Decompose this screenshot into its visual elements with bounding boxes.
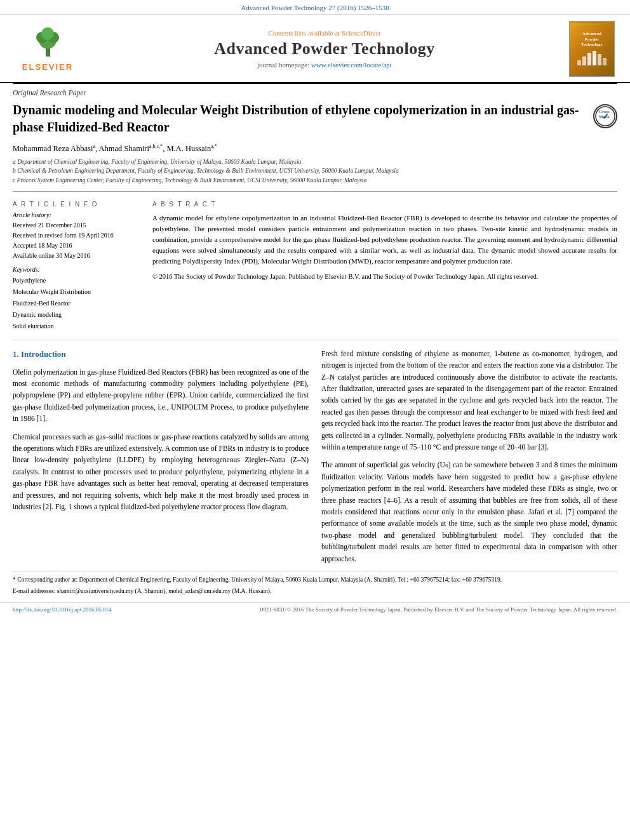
article-info-heading: A R T I C L E I N F O xyxy=(13,201,140,208)
keywords-section: Keywords: Polyethylene Molecular Weight … xyxy=(13,266,140,332)
keyword-4: Dynamic modeling xyxy=(13,309,140,321)
article-title-section: Dynamic modeling and Molecular Weight Di… xyxy=(0,99,630,140)
cover-chart-icon xyxy=(576,48,608,67)
bottom-copyright: 0921-8831/© 2016 The Society of Powder T… xyxy=(260,606,617,613)
keyword-1: Polyethylene xyxy=(13,275,140,286)
affiliations-section: a Department of Chemical Engineering, Fa… xyxy=(0,156,630,189)
abstract-text: A dynamic model for ethylene copolymeriz… xyxy=(152,213,617,267)
cover-title-text: AdvancedPowderTechnology xyxy=(581,31,603,47)
author-2: Ahmad Shamiria,b,c,*, xyxy=(99,144,167,153)
svg-rect-10 xyxy=(603,58,607,65)
sciencedirect-link: Contents lists available at ScienceDirec… xyxy=(83,29,566,37)
received-revised-date: Received in revised form 19 April 2016 xyxy=(13,230,140,241)
keyword-5: Solid elutriation xyxy=(13,321,140,332)
crossmark-icon: ✓ Cross Mark xyxy=(593,104,617,128)
elsevier-tree-icon xyxy=(30,26,65,61)
svg-rect-6 xyxy=(582,57,586,65)
affiliation-b: b Chemical & Petroleum Engineering Depar… xyxy=(13,166,617,175)
journal-name: Advanced Powder Technology xyxy=(83,39,566,58)
svg-rect-9 xyxy=(598,54,601,65)
author-3: M.A. Hussaina,* xyxy=(166,144,217,153)
svg-rect-5 xyxy=(577,60,581,65)
top-bar: Advanced Powder Technology 27 (2016) 152… xyxy=(0,0,630,15)
intro-para-1: Olefin polymerization in gas-phase Fluid… xyxy=(13,366,309,425)
article-title: Dynamic modeling and Molecular Weight Di… xyxy=(13,102,587,136)
footnotes-section: * Corresponding author at: Department of… xyxy=(13,571,617,596)
svg-point-4 xyxy=(41,27,54,40)
intro-para-3: Fresh feed mixture consisting of ethylen… xyxy=(321,348,617,453)
intro-para-4: The amount of superficial gas velocity (… xyxy=(321,459,617,564)
svg-text:Cross: Cross xyxy=(599,109,610,114)
abstract-column: A B S T R A C T A dynamic model for ethy… xyxy=(152,201,617,332)
sciencedirect-text[interactable]: ScienceDirect xyxy=(342,29,381,37)
journal-header: ELSEVIER Contents lists available at Sci… xyxy=(0,15,630,83)
abstract-copyright: © 2016 The Society of Powder Technology … xyxy=(152,272,617,282)
history-label: Article history: xyxy=(13,211,140,218)
elsevier-wordmark: ELSEVIER xyxy=(22,62,73,72)
journal-cover-thumbnail: AdvancedPowderTechnology xyxy=(566,21,617,77)
keyword-3: Fluidized-Bed Reactor xyxy=(13,298,140,309)
affiliation-a: a Department of Chemical Engineering, Fa… xyxy=(13,157,617,166)
section-1-title: 1. Introduction xyxy=(13,348,309,361)
article-info-column: A R T I C L E I N F O Article history: R… xyxy=(13,201,140,332)
keywords-label: Keywords: xyxy=(13,266,140,273)
intro-para-2: Chemical processes such as gas–solid rea… xyxy=(13,431,309,513)
email-note: E-mail addresses: shamiri@ucsiuniversity… xyxy=(13,587,617,596)
journal-cover-image: AdvancedPowderTechnology xyxy=(569,21,615,77)
svg-rect-8 xyxy=(593,51,596,65)
svg-text:Mark: Mark xyxy=(599,114,610,119)
crossmark-badge: ✓ Cross Mark xyxy=(593,104,617,128)
accepted-date: Accepted 18 May 2016 xyxy=(13,241,140,251)
article-history: Article history: Received 21 December 20… xyxy=(13,211,140,261)
abstract-heading: A B S T R A C T xyxy=(152,201,617,208)
body-left-column: 1. Introduction Olefin polymerization in… xyxy=(13,348,309,571)
svg-rect-7 xyxy=(587,53,591,65)
body-right-column: Fresh feed mixture consisting of ethylen… xyxy=(321,348,617,571)
publisher-logo: ELSEVIER xyxy=(13,26,83,72)
keyword-2: Molecular Weight Distribution xyxy=(13,286,140,298)
author-1: Mohammad Reza Abbasia, xyxy=(13,144,99,153)
affiliation-c: c Process System Engineering Center, Fac… xyxy=(13,176,617,185)
journal-homepage: journal homepage: www.elsevier.com/locat… xyxy=(83,61,566,69)
corresponding-author-note: * Corresponding author at: Department of… xyxy=(13,575,617,584)
article-type-label: Original Research Paper xyxy=(0,84,630,99)
article-info-abstract-section: A R T I C L E I N F O Article history: R… xyxy=(0,194,630,332)
available-date: Available online 30 May 2016 xyxy=(13,251,140,261)
journal-title-block: Contents lists available at ScienceDirec… xyxy=(83,29,566,69)
journal-citation: Advanced Powder Technology 27 (2016) 152… xyxy=(241,4,389,11)
authors-section: Mohammad Reza Abbasia, Ahmad Shamiria,b,… xyxy=(0,140,630,156)
received-date: Received 21 December 2015 xyxy=(13,220,140,230)
bottom-bar: http://dx.doi.org/10.1016/j.apt.2016.05.… xyxy=(0,602,630,617)
doi-link[interactable]: http://dx.doi.org/10.1016/j.apt.2016.05.… xyxy=(13,606,112,613)
body-content: 1. Introduction Olefin polymerization in… xyxy=(0,348,630,571)
